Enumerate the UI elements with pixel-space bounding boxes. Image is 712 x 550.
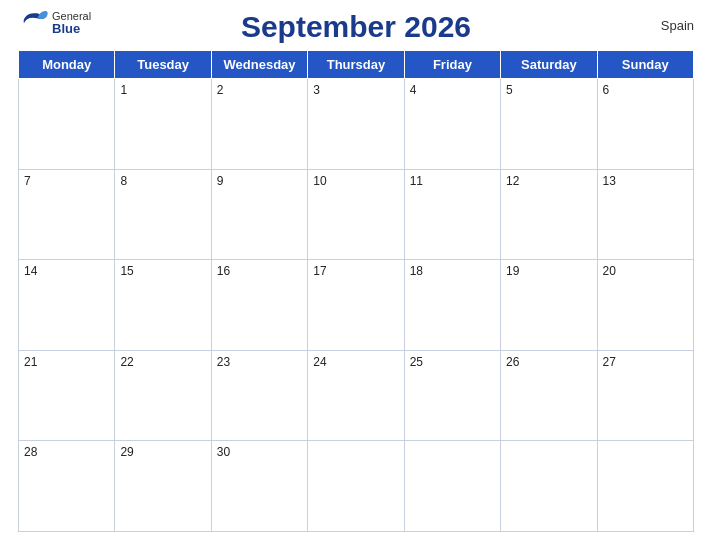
table-row: 14 15 16 17 18 19 20 (19, 260, 694, 351)
logo-words: General Blue (52, 10, 91, 36)
day-cell: 10 (308, 169, 404, 260)
day-cell: 5 (501, 79, 597, 170)
logo-bird-icon (18, 10, 50, 30)
header-sunday: Sunday (597, 51, 693, 79)
day-cell: 26 (501, 350, 597, 441)
day-cell: 12 (501, 169, 597, 260)
logo-blue-text: Blue (52, 22, 91, 36)
day-cell: 27 (597, 350, 693, 441)
month-title: September 2026 (18, 10, 694, 44)
day-cell: 7 (19, 169, 115, 260)
table-row: 1 2 3 4 5 6 (19, 79, 694, 170)
day-cell: 11 (404, 169, 500, 260)
country-label: Spain (661, 18, 694, 33)
day-cell: 4 (404, 79, 500, 170)
calendar-thead: Monday Tuesday Wednesday Thursday Friday… (19, 51, 694, 79)
day-cell: 21 (19, 350, 115, 441)
header-wednesday: Wednesday (211, 51, 307, 79)
header-friday: Friday (404, 51, 500, 79)
header-tuesday: Tuesday (115, 51, 211, 79)
day-cell: 25 (404, 350, 500, 441)
day-cell (501, 441, 597, 532)
days-header-row: Monday Tuesday Wednesday Thursday Friday… (19, 51, 694, 79)
day-cell (19, 79, 115, 170)
day-cell: 1 (115, 79, 211, 170)
day-cell: 17 (308, 260, 404, 351)
day-cell: 6 (597, 79, 693, 170)
calendar-table: Monday Tuesday Wednesday Thursday Friday… (18, 50, 694, 532)
day-cell: 16 (211, 260, 307, 351)
calendar-tbody: 1 2 3 4 5 6 7 8 9 10 11 12 13 14 15 16 (19, 79, 694, 532)
logo-container: General Blue (18, 10, 91, 36)
day-cell: 9 (211, 169, 307, 260)
day-cell: 15 (115, 260, 211, 351)
day-cell: 30 (211, 441, 307, 532)
day-cell: 18 (404, 260, 500, 351)
calendar-wrapper: General Blue September 2026 Spain Monday… (0, 0, 712, 550)
table-row: 21 22 23 24 25 26 27 (19, 350, 694, 441)
day-cell: 2 (211, 79, 307, 170)
day-cell (308, 441, 404, 532)
header-monday: Monday (19, 51, 115, 79)
header-thursday: Thursday (308, 51, 404, 79)
day-cell: 23 (211, 350, 307, 441)
day-cell: 14 (19, 260, 115, 351)
logo-area: General Blue (18, 10, 91, 36)
table-row: 28 29 30 (19, 441, 694, 532)
day-cell: 29 (115, 441, 211, 532)
day-cell: 20 (597, 260, 693, 351)
day-cell: 8 (115, 169, 211, 260)
header-saturday: Saturday (501, 51, 597, 79)
day-cell: 13 (597, 169, 693, 260)
day-cell: 22 (115, 350, 211, 441)
table-row: 7 8 9 10 11 12 13 (19, 169, 694, 260)
day-cell (404, 441, 500, 532)
day-cell: 19 (501, 260, 597, 351)
calendar-header: General Blue September 2026 Spain (18, 10, 694, 44)
day-cell (597, 441, 693, 532)
day-cell: 24 (308, 350, 404, 441)
day-cell: 28 (19, 441, 115, 532)
day-cell: 3 (308, 79, 404, 170)
